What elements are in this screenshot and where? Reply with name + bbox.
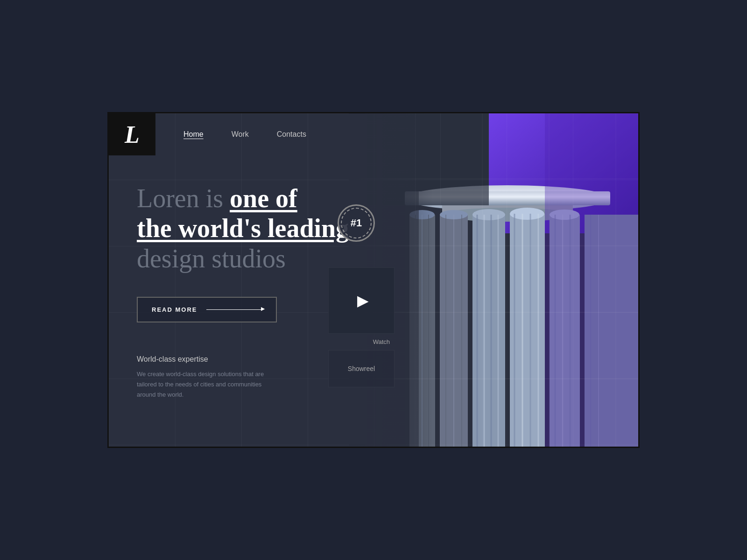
arrow-right-icon <box>206 309 262 310</box>
expertise-description: We create world-class design solutions t… <box>137 369 277 400</box>
showreel-area[interactable]: Showreel <box>328 350 395 387</box>
read-more-button[interactable]: READ MORE <box>137 297 277 322</box>
nav-work[interactable]: Work <box>232 130 249 139</box>
showreel-label: Showreel <box>348 365 375 372</box>
nav-contacts[interactable]: Contacts <box>277 130 306 139</box>
hero-title: Loren is one of the world's leading desi… <box>137 183 361 273</box>
watch-section: ▶ Watch Showreel <box>328 267 395 387</box>
svg-rect-37 <box>545 113 638 447</box>
hero-line3: design studios <box>137 244 286 273</box>
play-button[interactable]: ▶ <box>328 267 395 334</box>
cta-section: READ MORE <box>137 297 361 322</box>
play-icon: ▶ <box>357 292 369 309</box>
logo-letter: L <box>125 121 140 148</box>
watch-label: Watch <box>373 338 395 345</box>
logo-box: L <box>109 113 155 155</box>
expertise-section: World-class expertise We create world-cl… <box>137 355 361 400</box>
rank-badge: #1 <box>338 204 375 242</box>
rank-text: #1 <box>351 217 362 229</box>
header: L Home Work Contacts <box>109 113 638 155</box>
hero-line1-text: Loren is <box>137 184 230 213</box>
rank-badge-inner: #1 <box>341 208 372 238</box>
hero-highlight: one of <box>230 184 297 213</box>
nav-home[interactable]: Home <box>183 130 204 139</box>
main-frame: L Home Work Contacts Loren is one of the… <box>107 112 640 448</box>
expertise-title: World-class expertise <box>137 355 361 364</box>
read-more-label: READ MORE <box>152 306 197 313</box>
hero-line2: the world's leading <box>137 214 349 243</box>
nav: Home Work Contacts <box>155 130 306 139</box>
